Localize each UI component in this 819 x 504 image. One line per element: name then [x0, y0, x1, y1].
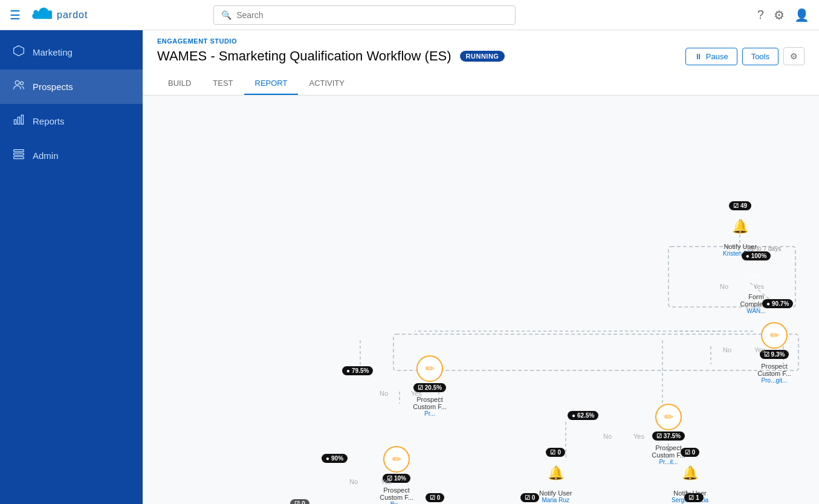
sidebar-item-label-reports: Reports	[33, 116, 65, 126]
node-icon-diamond-3: ✏	[655, 404, 682, 430]
node-badge-90pct: ●90%	[322, 454, 348, 463]
gear-button[interactable]: ⚙	[783, 47, 804, 65]
topbar-right-icons: ? ⚙ 👤	[757, 8, 809, 22]
pause-button[interactable]: ⏸ Pause	[685, 48, 737, 65]
workflow-canvas[interactable]: ☑ 49 🔔 Notify User Kristen Baird Up to 7…	[143, 95, 819, 504]
topbar: ☰ pardot 🔍 ? ⚙ 👤	[0, 0, 819, 30]
sidebar-item-reports[interactable]: Reports	[0, 104, 143, 138]
node-badge-0-s2: ☑0	[426, 493, 445, 502]
branch-yes-left: Yes	[381, 478, 392, 485]
page-title: WAMES - Smarketing Qualification Workflo…	[157, 48, 452, 64]
sidebar-item-label-marketing: Marketing	[33, 47, 73, 57]
svg-rect-7	[14, 157, 24, 158]
node-badge-62.5pct-container: ●62.5%	[568, 411, 598, 422]
node-label-prospect-2: Prospect Custom F...	[406, 396, 454, 410]
branch-yes-p2: Yes	[411, 390, 422, 397]
svg-rect-20	[393, 334, 798, 370]
search-icon: 🔍	[221, 10, 231, 20]
breadcrumb: ENGAGEMENT STUDIO	[157, 37, 804, 45]
node-badge-49: ☑ 49	[729, 201, 751, 210]
tab-activity[interactable]: ACTIVITY	[298, 73, 355, 95]
prospects-icon	[12, 79, 25, 94]
salesforce-logo-icon	[30, 7, 52, 24]
header-actions: ⏸ Pause Tools ⚙	[685, 47, 804, 65]
tab-bar: BUILD TEST REPORT ACTIVITY	[157, 73, 804, 95]
search-bar[interactable]: 🔍	[213, 5, 516, 25]
user-icon[interactable]: 👤	[794, 8, 809, 22]
tab-build[interactable]: BUILD	[157, 73, 202, 95]
node-badge-0-pl: ☑0	[290, 499, 309, 504]
node-badge-0-maria: ☑0	[546, 448, 565, 457]
status-badge: RUNNING	[460, 51, 505, 62]
node-notify-sergio2[interactable]: ☑0 🔔 Notify User Sergio Garcia	[416, 493, 453, 504]
canvas-inner: ☑ 49 🔔 Notify User Kristen Baird Up to 7…	[143, 95, 819, 504]
admin-icon	[12, 148, 25, 163]
node-icon-diamond-4: ✏	[383, 446, 410, 473]
app-logo: pardot	[30, 7, 88, 24]
svg-point-1	[21, 82, 24, 85]
svg-rect-4	[21, 115, 23, 124]
node-badge-62.5pct: ●62.5%	[568, 411, 598, 420]
node-sublabel-prospect-1: Pro...git...	[762, 377, 788, 384]
tab-test[interactable]: TEST	[202, 73, 244, 95]
svg-rect-3	[18, 117, 19, 124]
node-badge-0-sergio: ☑0	[681, 448, 700, 457]
sidebar-item-marketing[interactable]: Marketing	[0, 35, 143, 69]
tab-report[interactable]: REPORT	[244, 73, 299, 95]
pardot-logo-text: pardot	[57, 10, 88, 21]
node-badge-90pct-container: ●90%	[322, 454, 348, 465]
branch-yes-p1: Yes	[754, 346, 765, 354]
settings-icon[interactable]: ⚙	[774, 8, 785, 22]
node-label-prospect-4: Prospect Custom F...	[372, 486, 421, 501]
node-badge-90.7pct: ●90.7%	[762, 299, 793, 308]
node-badge-1-natalia: ☑1	[684, 493, 704, 502]
node-badge-79.5pct: ●79.5%	[342, 366, 373, 375]
node-prospect-custom-4[interactable]: ✏ ☑10% Prospect Custom F... Bu...	[372, 446, 421, 504]
branch-no-p2: No	[380, 390, 388, 397]
branch-no-p1: No	[723, 346, 731, 354]
node-notify-sergio3[interactable]: ☑0 🔔 Notify User Sergio Garcia	[511, 493, 548, 504]
branch-no-p3: No	[603, 433, 612, 440]
hamburger-menu[interactable]: ☰	[10, 8, 21, 22]
sidebar-item-label-admin: Admin	[33, 150, 59, 161]
node-badge-37.5pct: ☑37.5%	[652, 431, 685, 441]
connector-svg	[143, 95, 819, 504]
marketing-icon	[12, 45, 25, 60]
workflow-title-row: WAMES - Smarketing Qualification Workflo…	[157, 47, 804, 65]
node-icon-bell-sergio: 🔔	[676, 459, 705, 488]
circle-icon: ●	[746, 253, 749, 259]
node-icon-bell: 🔔	[726, 212, 755, 241]
node-partial-left[interactable]: ☑0 🔔 ...ser ...ruz	[285, 499, 314, 504]
node-notify-natalia[interactable]: ☑1 🔔 Notify User Natalia Bergareche	[670, 493, 718, 504]
node-prospect-custom-2[interactable]: ✏ ☑20.5% Prospect Custom F... Pr...	[406, 355, 454, 417]
branch-no-left: No	[349, 478, 358, 485]
branch-yes-p3: Yes	[633, 433, 644, 440]
svg-rect-6	[14, 153, 24, 155]
reports-icon	[12, 114, 25, 129]
branch-yes-form: Yes	[753, 283, 764, 290]
help-icon[interactable]: ?	[757, 8, 764, 22]
node-badge-79.5pct-container: ●79.5%	[342, 366, 373, 377]
svg-rect-5	[14, 150, 24, 152]
node-label-prospect-1: Prospect Custom F...	[750, 363, 798, 377]
svg-point-0	[15, 81, 19, 85]
page-header: ENGAGEMENT STUDIO WAMES - Smarketing Qua…	[143, 30, 819, 95]
pause-icon: ⏸	[694, 52, 702, 61]
main-layout: Marketing Prospects Reports Admin ENGAGE…	[0, 30, 819, 504]
node-badge-100pct: ● 100%	[742, 251, 771, 260]
svg-rect-2	[15, 120, 16, 124]
sidebar-item-admin[interactable]: Admin	[0, 138, 143, 173]
node-sublabel-prospect-2: Pr...	[424, 410, 435, 417]
tools-button[interactable]: Tools	[742, 48, 779, 65]
node-icon-diamond-2: ✏	[416, 355, 443, 382]
node-icon-bell-maria: 🔔	[541, 459, 570, 488]
node-icon-diamond-1: ✏	[761, 322, 788, 349]
search-input[interactable]	[236, 10, 508, 20]
sidebar-item-label-prospects: Prospects	[33, 82, 73, 92]
sidebar: Marketing Prospects Reports Admin	[0, 30, 143, 504]
check-icon: ☑	[733, 202, 739, 209]
sidebar-item-prospects[interactable]: Prospects	[0, 69, 143, 104]
node-badge-0-s3: ☑0	[520, 493, 540, 502]
branch-no-form: No	[720, 283, 728, 290]
node-sublabel-prospect-4: Bu...	[390, 501, 403, 504]
